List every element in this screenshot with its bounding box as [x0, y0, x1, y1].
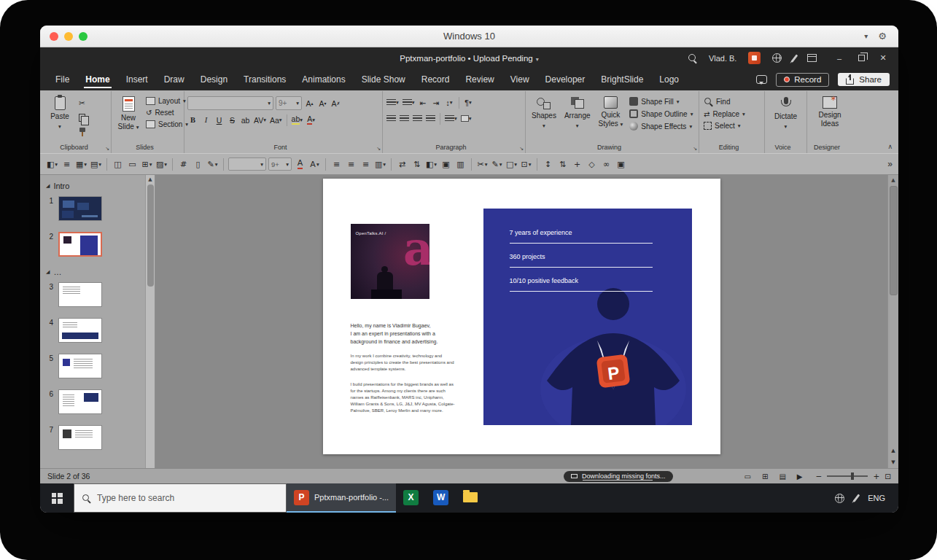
slide-indicator[interactable]: Slide 2 of 36 — [47, 472, 90, 481]
network-icon[interactable] — [835, 494, 844, 503]
clear-formatting-button[interactable]: A✗ — [330, 97, 341, 109]
select-objects-button[interactable]: □▾ — [505, 157, 518, 171]
format-painter-button[interactable] — [76, 126, 88, 138]
text-case-swap-button[interactable]: A▾ — [308, 157, 321, 171]
user-avatar[interactable] — [748, 52, 761, 64]
layout-button[interactable]: Layout▾ — [144, 96, 190, 106]
numbering-button[interactable]: ▾ — [402, 96, 416, 109]
section-header[interactable]: ◢… — [46, 268, 143, 276]
search-input[interactable] — [97, 493, 278, 503]
design-tools-button[interactable]: ◧▾ — [46, 157, 58, 171]
scrollbar-thumb[interactable] — [147, 184, 154, 287]
new-slide-button[interactable]: New Slide ▾ — [114, 93, 142, 132]
next-slide-button[interactable]: ▼ — [891, 459, 895, 465]
shape-effects-button[interactable]: Shape Effects▾ — [628, 121, 694, 131]
pen-icon[interactable] — [791, 54, 798, 62]
bold-button[interactable]: B — [187, 114, 198, 126]
qat-font-name-combo[interactable]: ▾ — [228, 158, 266, 171]
slide-miniature[interactable] — [58, 318, 102, 343]
scroll-up-icon[interactable]: ▲ — [148, 176, 152, 182]
quick-styles-button[interactable]: Quick Styles ▾ — [596, 93, 626, 129]
list-menu-button[interactable]: ≡ — [61, 157, 73, 171]
font-color-button[interactable]: A — [294, 157, 306, 171]
placeholder-box-button[interactable]: ▭ — [126, 157, 139, 171]
chart-tool-button[interactable]: ▥ — [454, 157, 467, 171]
qat-font-size-combo[interactable]: 9+▾ — [268, 158, 292, 171]
tab-draw[interactable]: Draw — [156, 69, 193, 90]
pane-layout-button[interactable]: ◫ — [112, 157, 124, 171]
search-icon[interactable] — [688, 54, 697, 63]
dictate-button[interactable]: Dictate▾ — [771, 93, 800, 131]
format-brush-button[interactable]: ✎▾ — [206, 157, 219, 171]
slide-photo[interactable]: OpenTalks.AI / a — [351, 224, 429, 299]
align-text-center-button[interactable]: ≡ — [345, 157, 357, 171]
slide-thumbnail-2[interactable]: 2 — [46, 232, 143, 257]
taskbar-powerpoint-app[interactable]: P Pptxman-portfolio -... — [287, 483, 396, 513]
clipboard-dialog-launcher[interactable]: ↘ — [105, 147, 109, 152]
reorder-objects-button[interactable]: ⇅ — [556, 157, 569, 171]
underline-button[interactable]: U — [214, 114, 225, 126]
find-button[interactable]: Find — [702, 96, 747, 107]
chevron-down-icon[interactable]: ▾ — [864, 32, 868, 40]
increase-font-button[interactable]: A▴ — [304, 97, 315, 109]
section-button[interactable]: Section▾ — [144, 120, 190, 129]
taskbar-explorer-app[interactable] — [456, 483, 485, 513]
shapes-button[interactable]: Shapes▾ — [529, 93, 559, 130]
line-spacing-button[interactable]: ↕▾ — [444, 96, 455, 109]
restore-button[interactable] — [850, 47, 872, 69]
zoom-traffic-light[interactable] — [79, 32, 88, 41]
duplicate-object-button[interactable]: ▣ — [615, 157, 627, 171]
settings-gear-icon[interactable]: ⚙ — [878, 31, 887, 42]
intro-paragraph-1[interactable]: In my work I combine creativity, technol… — [351, 353, 483, 373]
close-button[interactable]: ✕ — [872, 47, 894, 69]
reset-button[interactable]: ↺Reset — [144, 108, 190, 117]
slide-miniature[interactable] — [58, 389, 102, 414]
justify-button[interactable] — [425, 112, 436, 125]
bullets-button[interactable]: ▾ — [386, 96, 400, 109]
intro-paragraph-2[interactable]: I build presentations for the biggest br… — [351, 381, 483, 414]
swap-horizontal-button[interactable]: ⇄ — [396, 157, 408, 171]
ink-pen-button[interactable]: ✎▾ — [491, 157, 503, 171]
taskbar-word-app[interactable]: W — [426, 483, 456, 513]
columns-button[interactable]: ▾ — [444, 112, 458, 125]
paste-button[interactable]: Paste ▾ — [46, 93, 74, 131]
tab-slide-show[interactable]: Slide Show — [354, 69, 413, 90]
tab-view[interactable]: View — [502, 69, 537, 90]
slide-thumbnail-5[interactable]: 5 — [46, 354, 143, 378]
align-right-button[interactable] — [412, 112, 423, 125]
comments-icon[interactable] — [756, 75, 767, 84]
slideshow-view-button[interactable]: ▶ — [797, 472, 803, 481]
start-button[interactable] — [40, 483, 74, 513]
crop-tool-button[interactable]: ✂▾ — [476, 157, 489, 171]
slide-thumbnail-1[interactable]: 1 — [46, 196, 143, 221]
thumbnail-scrollbar[interactable]: ▲ — [145, 175, 155, 468]
link-objects-button[interactable]: ∞ — [600, 157, 613, 171]
notes-doc-button[interactable]: ▯ — [192, 157, 204, 171]
slide-miniature[interactable] — [58, 232, 102, 257]
close-traffic-light[interactable] — [50, 32, 58, 41]
minimize-button[interactable]: – — [828, 47, 850, 69]
slide-miniature[interactable] — [58, 354, 102, 378]
tab-review[interactable]: Review — [457, 69, 502, 90]
decrease-indent-button[interactable]: ⇤ — [418, 96, 429, 109]
zoom-out-button[interactable]: − — [816, 472, 823, 481]
font-size-combo[interactable]: 9+▾ — [276, 96, 302, 110]
user-name[interactable]: Vlad. B. — [709, 54, 737, 63]
fill-color-button[interactable]: ◧▾ — [425, 157, 438, 171]
align-text-left-button[interactable]: ≡ — [330, 157, 343, 171]
toolbar-overflow-button[interactable]: » — [887, 159, 893, 169]
change-case-button[interactable]: Aa▾ — [269, 114, 283, 126]
smartart-convert-button[interactable]: ▾ — [460, 112, 473, 125]
previous-slide-button[interactable]: ▲ — [891, 448, 895, 454]
italic-button[interactable]: I — [201, 114, 211, 126]
tab-transitions[interactable]: Transitions — [236, 69, 294, 90]
arrange-button[interactable]: Arrange▾ — [561, 93, 594, 130]
shape-outline-button[interactable]: Shape Outline▾ — [628, 109, 694, 119]
slide-miniature[interactable] — [58, 425, 102, 450]
slide-sorter-view-button[interactable]: ⊞ — [762, 472, 768, 481]
fill-pattern-button[interactable]: ▨▾ — [155, 157, 168, 171]
taskbar-search[interactable] — [74, 483, 287, 513]
tab-design[interactable]: Design — [193, 69, 236, 90]
tab-home[interactable]: Home — [77, 69, 117, 90]
zoom-in-button[interactable]: + — [873, 472, 879, 481]
